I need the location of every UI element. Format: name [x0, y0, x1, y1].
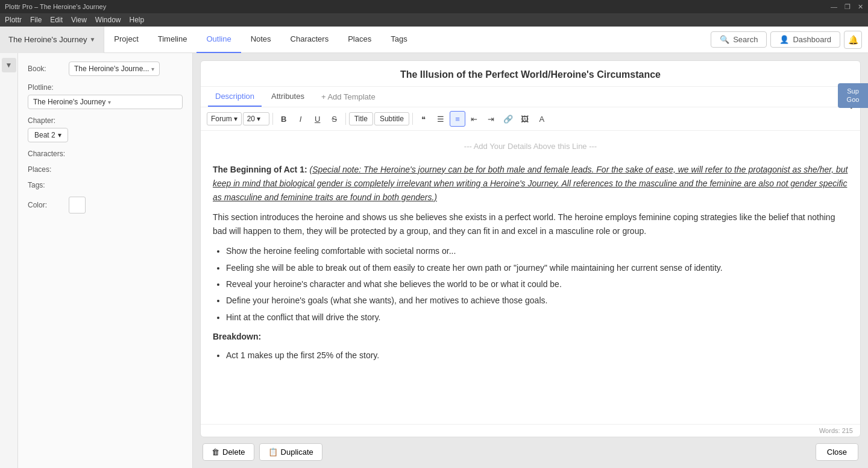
user-icon: 👤 [779, 35, 789, 44]
right-hint-panel: Sup Goo [838, 83, 868, 108]
search-label: Search [733, 35, 758, 44]
editor-heading-note: (Special note: The Heroine's journey can… [213, 165, 848, 202]
tab-add-template[interactable]: + Add Template [314, 87, 383, 106]
color-picker[interactable] [69, 197, 86, 213]
nav-places[interactable]: Places [338, 27, 381, 53]
nav-links: Project Timeline Outline Notes Character… [104, 27, 711, 53]
image-button[interactable]: 🖼 [517, 111, 533, 127]
book-select[interactable]: The Heroine's Journe... ▾ [69, 62, 160, 76]
strikethrough-button[interactable]: S [327, 111, 342, 127]
delete-button[interactable]: 🗑 Delete [203, 443, 254, 461]
list-item: Define your heroine's goals (what she wa… [226, 294, 848, 307]
size-select[interactable]: 20 ▾ [243, 112, 269, 125]
left-panel: Book: The Heroine's Journe... ▾ Plotline… [18, 53, 193, 468]
font-select-arrow: ▾ [234, 115, 237, 123]
font-select[interactable]: Forum ▾ [207, 112, 242, 125]
nav-notes[interactable]: Notes [241, 27, 281, 53]
list-item: Reveal your heroine's character and what… [226, 277, 848, 291]
nav-outline[interactable]: Outline [197, 27, 241, 53]
menu-file[interactable]: File [30, 16, 42, 24]
filter-icon: ▼ [5, 61, 13, 69]
search-icon: 🔍 [720, 35, 729, 44]
duplicate-label: Duplicate [281, 447, 313, 457]
subtitle-button[interactable]: Subtitle [374, 112, 409, 125]
menu-plottr[interactable]: Plottr [5, 16, 22, 24]
color-text-button[interactable]: A [534, 111, 550, 127]
plotline-select[interactable]: The Heroine's Journey ▾ [28, 95, 183, 109]
navbar: The Heroine's Journey ▼ Project Timeline… [0, 27, 868, 53]
editor-breakdown-heading: Breakdown: [213, 330, 848, 343]
editor-title: The Illusion of the Perfect World/Heroin… [201, 61, 860, 87]
chapter-select[interactable]: Beat 2 ▾ [28, 128, 68, 142]
word-count: Words: 215 [201, 424, 860, 437]
editor-card: The Illusion of the Perfect World/Heroin… [200, 60, 861, 437]
bell-icon: 🔔 [848, 35, 858, 45]
editor-intro-paragraph: This section introduces the heroine and … [213, 210, 848, 238]
chapter-select-arrow: ▾ [58, 131, 61, 139]
nav-tags[interactable]: Tags [381, 27, 417, 53]
size-value: 20 [247, 115, 255, 123]
tab-description[interactable]: Description [208, 87, 262, 107]
list-ordered-button[interactable]: ≡ [450, 111, 465, 127]
font-value: Forum [211, 115, 232, 123]
bold-button[interactable]: B [276, 111, 292, 127]
indent-right-button[interactable]: ⇥ [483, 111, 499, 127]
title-button[interactable]: Title [349, 112, 373, 125]
menu-view[interactable]: View [71, 16, 87, 24]
nav-brand[interactable]: The Heroine's Journey ▼ [0, 27, 104, 53]
close-button[interactable]: ✕ [858, 3, 863, 11]
list-item: Show the heroine feeling comfortable wit… [226, 244, 848, 258]
titlebar-app-title: Plottr Pro – The Heroine's Journey [5, 3, 106, 10]
book-select-arrow: ▾ [151, 66, 154, 72]
book-value: The Heroine's Journe... [74, 65, 149, 73]
plotline-select-arrow: ▾ [108, 99, 111, 106]
plotline-value: The Heroine's Journey [33, 98, 105, 106]
bottom-bar: 🗑 Delete 📋 Duplicate Close [200, 443, 861, 461]
editor-breakdown-list: Act 1 makes up the first 25% of the stor… [213, 349, 848, 362]
list-unordered-button[interactable]: ☰ [433, 111, 448, 127]
sidebar-toggle[interactable]: ▼ [2, 58, 16, 72]
color-field-row: Color: [28, 197, 183, 213]
toolbar-divider-2 [345, 113, 346, 125]
indent-left-button[interactable]: ⇤ [467, 111, 482, 127]
characters-field-row: Characters: [28, 150, 183, 158]
link-button[interactable]: 🔗 [500, 111, 516, 127]
list-item: Act 1 makes up the first 25% of the stor… [226, 349, 848, 362]
italic-button[interactable]: I [293, 111, 309, 127]
nav-timeline[interactable]: Timeline [148, 27, 197, 53]
maximize-button[interactable]: ❐ [844, 3, 851, 11]
chapter-label: Chapter: [28, 116, 183, 125]
copy-icon: 📋 [268, 447, 278, 457]
menu-help[interactable]: Help [130, 16, 145, 24]
tags-label: Tags: [28, 181, 64, 189]
nav-brand-arrow: ▼ [89, 36, 95, 43]
bottom-left-actions: 🗑 Delete 📋 Duplicate [203, 443, 322, 461]
content-area: The Illusion of the Perfect World/Heroin… [193, 53, 868, 468]
window-controls[interactable]: — ❐ ✕ [831, 3, 863, 11]
editor-body[interactable]: --- Add Your Details Above this Line ---… [201, 131, 860, 424]
duplicate-button[interactable]: 📋 Duplicate [259, 443, 322, 461]
sidebar: ▼ [0, 53, 18, 468]
menubar: Plottr File Edit View Window Help [0, 13, 868, 27]
close-button[interactable]: Close [816, 443, 858, 461]
toolbar-divider-3 [412, 113, 413, 125]
chapter-section: Chapter: Beat 2 ▾ [28, 116, 183, 142]
quote-button[interactable]: ❝ [416, 111, 432, 127]
dashboard-button[interactable]: 👤 Dashboard [770, 31, 840, 48]
plotline-label: Plotline: [28, 83, 183, 92]
minimize-button[interactable]: — [831, 3, 837, 11]
editor-heading-paragraph: The Beginning of Act 1: (Special note: T… [213, 163, 848, 204]
editor-heading-label: The Beginning of Act 1: [213, 165, 307, 174]
search-button[interactable]: 🔍 Search [711, 31, 767, 48]
underline-button[interactable]: U [310, 111, 326, 127]
nav-brand-text: The Heroine's Journey [8, 35, 87, 44]
nav-project[interactable]: Project [104, 27, 148, 53]
chapter-value: Beat 2 [34, 131, 55, 139]
close-label: Close [827, 447, 847, 457]
menu-edit[interactable]: Edit [50, 16, 63, 24]
bell-button[interactable]: 🔔 [844, 31, 862, 49]
tab-attributes[interactable]: Attributes [264, 87, 312, 107]
menu-window[interactable]: Window [95, 16, 121, 24]
nav-characters[interactable]: Characters [281, 27, 339, 53]
delete-label: Delete [222, 447, 245, 457]
